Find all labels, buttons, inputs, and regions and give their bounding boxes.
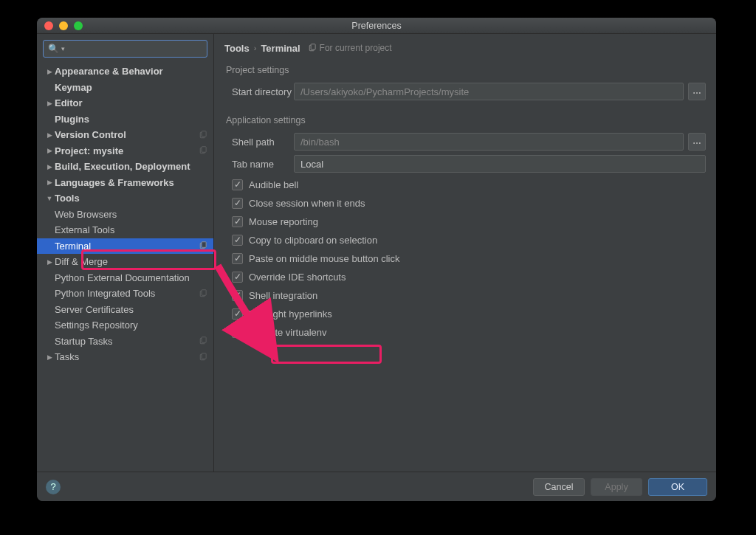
sidebar-item-label: Startup Tasks: [55, 336, 199, 347]
chevron-icon: ▶: [46, 131, 53, 139]
sidebar-item-build-execution-deployment[interactable]: ▶Build, Execution, Deployment: [37, 159, 213, 175]
tab-name-value: Local: [300, 159, 323, 170]
sidebar-item-tools[interactable]: ▼Tools: [37, 190, 213, 207]
checkbox-box[interactable]: ✓: [232, 308, 243, 320]
sidebar-item-label: Diff & Merge: [55, 256, 207, 267]
main-panel: Tools › Terminal For current project Pro…: [214, 34, 716, 472]
chevron-icon: ▶: [46, 353, 53, 361]
chevron-icon: ▶: [46, 68, 53, 75]
sidebar-item-tasks[interactable]: ▶Tasks: [37, 349, 213, 365]
sidebar-item-label: Editor: [55, 97, 207, 108]
check-icon: ✓: [234, 253, 241, 263]
browse-button[interactable]: …: [688, 133, 706, 151]
breadcrumb: Tools › Terminal For current project: [214, 34, 716, 62]
sidebar-item-external-tools[interactable]: External Tools: [37, 222, 213, 238]
checkbox-highlight-hyperlinks[interactable]: ✓Highlight hyperlinks: [224, 305, 706, 323]
chevron-right-icon: ›: [254, 44, 257, 52]
chevron-icon: ▶: [46, 258, 53, 266]
project-scope-badge: For current project: [308, 43, 392, 53]
sidebar-item-label: Version Control: [55, 129, 199, 140]
checkbox-box[interactable]: ✓: [232, 216, 243, 227]
check-icon: ✓: [234, 290, 241, 300]
checkbox-box[interactable]: ✓: [232, 179, 243, 190]
sidebar-item-label: Tasks: [55, 351, 199, 362]
dialog-footer: ? Cancel Apply OK: [37, 472, 716, 501]
checkbox-label: Paste on middle mouse button click: [249, 253, 400, 264]
sidebar: 🔍 ▾ ▶Appearance & BehaviorKeymap▶EditorP…: [37, 34, 214, 472]
browse-button[interactable]: …: [688, 83, 706, 100]
check-icon: ✓: [234, 235, 241, 245]
checkbox-override-ide-shortcuts[interactable]: ✓Override IDE shortcuts: [224, 268, 706, 286]
sidebar-item-server-certificates[interactable]: Server Certificates: [37, 302, 213, 318]
shell-path-label: Shell path: [224, 137, 294, 148]
checkbox-mouse-reporting[interactable]: ✓Mouse reporting: [224, 213, 706, 231]
sidebar-item-python-external-documentation[interactable]: Python External Documentation: [37, 270, 213, 286]
checkbox-label: Close session when it ends: [249, 198, 365, 209]
sidebar-item-label: Keymap: [55, 82, 207, 93]
sidebar-item-startup-tasks[interactable]: Startup Tasks: [37, 334, 213, 350]
checkbox-close-session-when-it-ends[interactable]: ✓Close session when it ends: [224, 194, 706, 213]
checkbox-box[interactable]: ✓: [232, 235, 243, 246]
tab-name-input[interactable]: Local: [294, 155, 706, 173]
checkbox-box[interactable]: ✓: [232, 290, 243, 301]
checkbox-label: Shell integration: [249, 290, 317, 301]
checkbox-label: Highlight hyperlinks: [249, 308, 332, 320]
svg-rect-13: [311, 44, 315, 50]
ok-button[interactable]: OK: [648, 478, 707, 496]
sidebar-item-terminal[interactable]: Terminal: [37, 238, 213, 255]
sidebar-item-languages-frameworks[interactable]: ▶Languages & Frameworks: [37, 175, 213, 191]
check-icon: ✓: [234, 308, 241, 319]
checkbox-box[interactable]: ✓: [232, 198, 243, 209]
checkbox-box[interactable]: ✓: [232, 253, 243, 264]
svg-rect-1: [202, 131, 206, 137]
sidebar-item-keymap[interactable]: Keymap: [37, 80, 213, 96]
sidebar-item-diff-merge[interactable]: ▶Diff & Merge: [37, 254, 213, 270]
chevron-icon: ▼: [46, 195, 53, 202]
copy-icon: [199, 241, 207, 250]
sidebar-item-project-mysite[interactable]: ▶Project: mysite: [37, 143, 213, 159]
checkbox-label: Override IDE shortcuts: [249, 272, 346, 283]
sidebar-item-label: Languages & Frameworks: [55, 177, 207, 188]
apply-button[interactable]: Apply: [591, 478, 642, 496]
checkbox-audible-bell[interactable]: ✓Audible bell: [224, 176, 706, 194]
checkbox-label: Mouse reporting: [249, 216, 318, 227]
shell-path-input[interactable]: /bin/bash: [294, 133, 684, 151]
sidebar-item-version-control[interactable]: ▶Version Control: [37, 127, 213, 143]
titlebar: Preferences: [37, 18, 716, 34]
checkbox-copy-to-clipboard-on-selection[interactable]: ✓Copy to clipboard on selection: [224, 231, 706, 249]
help-button[interactable]: ?: [46, 480, 61, 494]
check-icon: ✓: [234, 216, 241, 227]
sidebar-item-label: Python Integrated Tools: [55, 288, 199, 299]
start-directory-label: Start directory: [224, 86, 294, 97]
start-directory-input[interactable]: /Users/akiyoko/PycharmProjects/mysite: [294, 83, 684, 100]
checkbox-list: ✓Audible bell✓Close session when it ends…: [224, 176, 706, 342]
cancel-button[interactable]: Cancel: [533, 478, 585, 496]
preferences-window: Preferences 🔍 ▾ ▶Appearance & BehaviorKe…: [37, 18, 716, 501]
content-area: Project settings Start directory /Users/…: [214, 62, 716, 472]
checkbox-paste-on-middle-mouse-button-click[interactable]: ✓Paste on middle mouse button click: [224, 249, 706, 268]
checkbox-shell-integration[interactable]: ✓Shell integration: [224, 286, 706, 305]
check-icon: ✓: [234, 327, 241, 337]
search-icon: 🔍: [48, 44, 59, 54]
svg-rect-11: [202, 353, 206, 359]
copy-icon: [199, 131, 207, 139]
checkbox-activate-virtualenv[interactable]: ✓Activate virtualenv: [224, 323, 706, 342]
sidebar-item-plugins[interactable]: Plugins: [37, 111, 213, 128]
svg-rect-3: [202, 147, 206, 153]
sidebar-item-settings-repository[interactable]: Settings Repository: [37, 317, 213, 334]
sidebar-item-python-integrated-tools[interactable]: Python Integrated Tools: [37, 286, 213, 302]
svg-rect-5: [202, 242, 206, 248]
checkbox-label: Copy to clipboard on selection: [249, 235, 377, 246]
sidebar-item-label: Project: mysite: [55, 145, 199, 156]
checkbox-box[interactable]: ✓: [232, 327, 243, 338]
sidebar-item-web-browsers[interactable]: Web Browsers: [37, 207, 213, 223]
search-input[interactable]: 🔍 ▾: [43, 40, 207, 58]
breadcrumb-root[interactable]: Tools: [224, 43, 250, 54]
chevron-icon: ▶: [46, 163, 53, 170]
section-title: Project settings: [226, 65, 706, 75]
checkbox-box[interactable]: ✓: [232, 272, 243, 283]
chevron-down-icon: ▾: [61, 45, 65, 52]
sidebar-item-editor[interactable]: ▶Editor: [37, 95, 213, 111]
sidebar-item-appearance-behavior[interactable]: ▶Appearance & Behavior: [37, 63, 213, 80]
copy-icon: [308, 44, 317, 52]
